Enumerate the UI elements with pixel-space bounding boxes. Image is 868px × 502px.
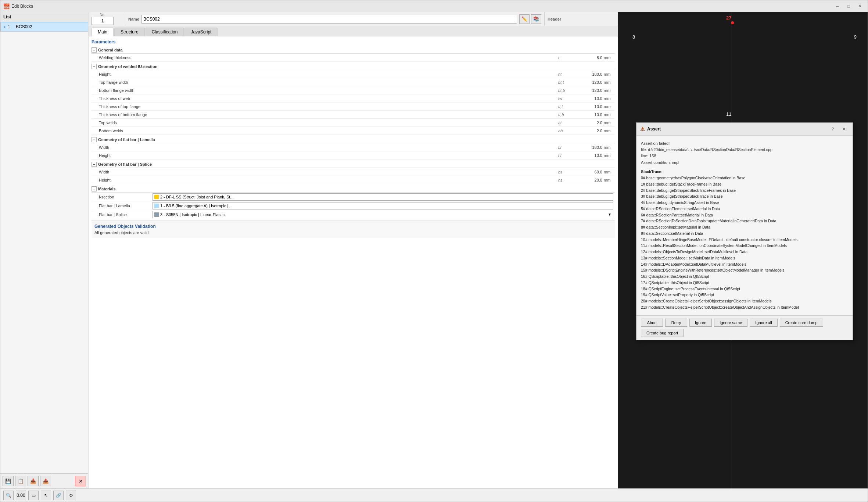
list-item-number: 1	[8, 24, 14, 29]
stack-16: 16# QScriptable::thisObject in Qt5Script	[641, 274, 848, 280]
section-splice-label: Geometry of flat bar | Splice	[98, 162, 152, 166]
material-isection-text: 2 - DF-L SS (Struct. Joist and Plank, St…	[160, 195, 234, 199]
tab-structure[interactable]: Structure	[114, 28, 145, 36]
list-item-name: BCS002	[16, 24, 32, 29]
material-lamella-text: 1 - B3.5 (fine aggregate A) | Isotropic …	[160, 204, 232, 208]
tab-javascript[interactable]: JavaScript	[184, 28, 218, 36]
material-isection-name: I-section	[99, 195, 150, 199]
book-icon-button[interactable]: 📚	[531, 14, 541, 24]
section-flat-splice-header: − Geometry of flat bar | Splice	[92, 161, 615, 168]
link-button[interactable]: 🔗	[53, 491, 64, 500]
bottom-bar: 🔍 0.00 ▭ ↖ 🔗 ⚙	[0, 488, 868, 502]
stack-12: 12# models::ObjectsToDesignModel::setDat…	[641, 249, 848, 255]
material-splice-name: Flat bar | Splice	[99, 212, 150, 217]
validation-message: All generated objects are valid.	[94, 230, 612, 235]
app-icon: 🧱	[3, 3, 9, 9]
assert-title-text: Assert	[647, 126, 661, 132]
stack-6: 6# data::RSectionPart::setMaterial in Da…	[641, 212, 848, 218]
material-lamella-row: Flat bar | Lamella 1 - B3.5 (fine aggreg…	[92, 201, 615, 210]
params-title: Parameters	[92, 39, 615, 44]
material-lamella-name: Flat bar | Lamella	[99, 204, 150, 208]
param-name-welding: Welding thickness	[99, 55, 558, 60]
section-iu-label: Geometry of welded IU-section	[98, 64, 157, 69]
param-top-flange-width: Top flange width bt,t 120.0 mm	[92, 78, 615, 86]
ignore-button[interactable]: Ignore	[689, 319, 712, 327]
collapse-materials-icon[interactable]: −	[92, 186, 97, 191]
collapse-general-icon[interactable]: −	[92, 47, 97, 53]
assert-buttons: Abort Retry Ignore Ignore same Ignore al…	[636, 315, 853, 340]
param-splice-height: Height hs 20.0 mm	[92, 176, 615, 184]
content-area: List ▪ 1 BCS002 💾 📋 📥 📤 ✕ No.	[0, 12, 868, 488]
minimize-button[interactable]: ─	[832, 2, 843, 10]
assert-title-controls: ? ✕	[828, 125, 849, 133]
create-bug-report-button[interactable]: Create bug report	[641, 329, 684, 337]
no-input[interactable]	[92, 17, 114, 25]
save-as-button[interactable]: 📋	[15, 476, 26, 486]
delete-button[interactable]: ✕	[75, 476, 86, 486]
ignore-all-button[interactable]: Ignore all	[750, 319, 777, 327]
section-general-label: General data	[98, 48, 123, 52]
label-27: 27	[726, 15, 731, 21]
title-bar-left: 🧱 Edit Blocks	[3, 3, 33, 9]
assert-line-2: line: 158	[641, 153, 848, 159]
export-button[interactable]: 📤	[40, 476, 51, 486]
validation-area: Generated Objects Validation All generat…	[92, 220, 615, 238]
section-general-data: − General data Welding thickness t 8.0 m…	[92, 47, 615, 62]
window-title: Edit Blocks	[11, 4, 33, 9]
cursor-button[interactable]: ↖	[41, 491, 51, 500]
material-isection-color	[154, 195, 159, 199]
name-icons: ✏️ 📚	[519, 14, 541, 24]
collapse-iu-icon[interactable]: −	[92, 64, 97, 69]
assert-help-button[interactable]: ?	[828, 125, 838, 133]
assert-title-left: ⚠ Assert	[640, 126, 661, 132]
assert-warning-icon: ⚠	[640, 126, 645, 132]
abort-button[interactable]: Abort	[641, 319, 663, 327]
settings-button[interactable]: ⚙	[66, 491, 76, 500]
header-section: Header	[544, 12, 618, 26]
param-splice-width: Width bs 60.0 mm	[92, 168, 615, 176]
create-core-dump-button[interactable]: Create core dump	[780, 319, 823, 327]
collapse-splice-icon[interactable]: −	[92, 162, 97, 167]
stack-18: 18# QScriptEngine::setProcessEventsInter…	[641, 286, 848, 292]
param-height: Height ht 180.0 mm	[92, 70, 615, 78]
title-bar-controls: ─ □ ✕	[832, 2, 865, 10]
material-splice-color	[154, 212, 159, 217]
zoom-button[interactable]: 🔍	[3, 491, 14, 500]
param-value-welding: 8.0	[577, 55, 602, 60]
collapse-lamella-icon[interactable]: −	[92, 137, 97, 142]
material-isection-selector[interactable]: 2 - DF-L SS (Struct. Joist and Plank, St…	[153, 193, 613, 201]
ignore-same-button[interactable]: Ignore same	[714, 319, 747, 327]
material-lamella-selector[interactable]: 1 - B3.5 (fine aggregate A) | Isotropic …	[153, 202, 613, 209]
close-button[interactable]: ✕	[854, 2, 865, 10]
section-flat-splice: − Geometry of flat bar | Splice Width bs…	[92, 161, 615, 184]
param-unit-welding: mm	[602, 55, 613, 60]
material-lamella-color	[154, 204, 159, 208]
stack-5: 5# data::RSectionElement::setMaterial in…	[641, 206, 848, 212]
list-header: List	[0, 12, 88, 22]
stack-4: 4# base::debug::dynamicStringAssert in B…	[641, 200, 848, 206]
stack-21: 21# models::CreateObjectsHelperScriptObj…	[641, 305, 848, 311]
save-button[interactable]: 💾	[3, 476, 14, 486]
stack-trace: StackTrace: 0# base::geometry::hasPolygo…	[641, 169, 848, 310]
assert-close-button[interactable]: ✕	[839, 125, 849, 133]
edit-icon-button[interactable]: ✏️	[519, 14, 530, 24]
stack-15: 15# models::DScriptEngineWithReferences:…	[641, 268, 848, 273]
material-splice-text: 3 - S355N | Isotropic | Linear Elastic	[160, 212, 225, 217]
maximize-button[interactable]: □	[843, 2, 854, 10]
stack-3: 3# base::debug::getStrippedStackTrace in…	[641, 194, 848, 200]
list-item[interactable]: ▪ 1 BCS002	[0, 22, 88, 32]
param-symbol-welding: t	[558, 55, 577, 60]
section-geometry-iu: − Geometry of welded IU-section Height h…	[92, 63, 615, 135]
label-8: 8	[632, 34, 635, 40]
rect-button[interactable]: ▭	[28, 491, 39, 500]
retry-button[interactable]: Retry	[665, 319, 687, 327]
red-dot-27	[731, 21, 734, 24]
left-panel: List ▪ 1 BCS002 💾 📋 📥 📤 ✕	[0, 12, 89, 488]
value-button[interactable]: 0.00	[16, 491, 26, 500]
param-thickness-top-flange: Thickness of top flange tt,t 10.0 mm	[92, 103, 615, 111]
name-input[interactable]	[141, 15, 517, 24]
tab-main[interactable]: Main	[92, 28, 114, 36]
import-button[interactable]: 📥	[28, 476, 39, 486]
material-splice-selector[interactable]: 3 - S355N | Isotropic | Linear Elastic ▼	[153, 211, 613, 218]
tab-classification[interactable]: Classification	[146, 28, 184, 36]
